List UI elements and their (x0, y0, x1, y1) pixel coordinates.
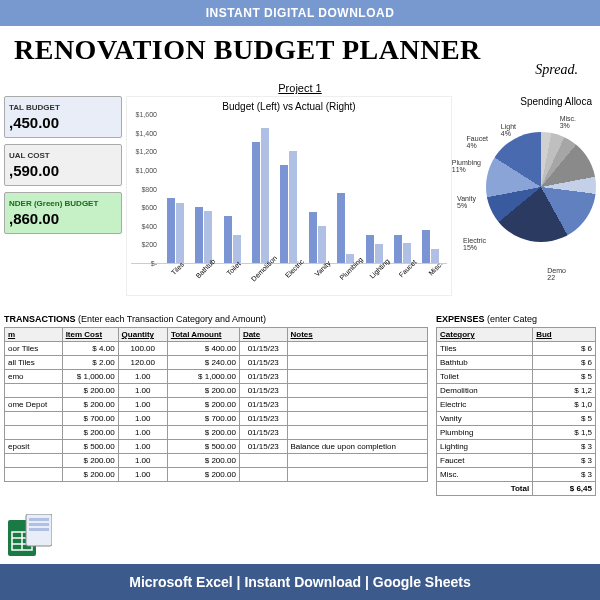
cell[interactable]: $ 1,0 (533, 398, 596, 412)
pie-chart (486, 132, 596, 242)
cell[interactable]: Toilet (437, 370, 533, 384)
cell[interactable]: 100.00 (118, 342, 167, 356)
cell[interactable]: 01/15/23 (239, 426, 287, 440)
cell[interactable]: $ 1,2 (533, 384, 596, 398)
cell[interactable] (5, 384, 63, 398)
cell[interactable]: $ 200.00 (62, 398, 118, 412)
tables-row: TRANSACTIONS (Enter each Transaction Cat… (0, 296, 600, 506)
bar-group (246, 114, 274, 263)
cell[interactable]: $ 700.00 (62, 412, 118, 426)
cell[interactable]: $ 500.00 (62, 440, 118, 454)
cell[interactable]: 01/15/23 (239, 412, 287, 426)
transactions-grid: mItem CostQuantityTotal AmountDateNotes … (4, 327, 428, 482)
top-banner: INSTANT DIGITAL DOWNLOAD (0, 0, 600, 26)
project-label: Project 1 (0, 82, 600, 94)
cell[interactable]: $ 200.00 (62, 384, 118, 398)
cell[interactable]: 120.00 (118, 356, 167, 370)
cell[interactable] (5, 454, 63, 468)
cell[interactable]: $ 400.00 (167, 342, 239, 356)
cell[interactable]: $ 5 (533, 370, 596, 384)
col-header: m (5, 328, 63, 342)
cell[interactable]: 01/15/23 (239, 440, 287, 454)
cell[interactable]: 1.00 (118, 398, 167, 412)
cell[interactable]: 01/15/23 (239, 370, 287, 384)
cell[interactable]: oor Tiles (5, 342, 63, 356)
cell[interactable]: $ 3 (533, 468, 596, 482)
cell[interactable]: 01/15/23 (239, 384, 287, 398)
cell[interactable]: Plumbing (437, 426, 533, 440)
cell[interactable]: Lighting (437, 440, 533, 454)
cell[interactable]: 01/15/23 (239, 356, 287, 370)
table-row: eposit$ 500.001.00$ 500.0001/15/23Balanc… (5, 440, 428, 454)
cell[interactable]: 1.00 (118, 440, 167, 454)
cell[interactable]: $ 200.00 (167, 454, 239, 468)
cell[interactable] (239, 454, 287, 468)
cell[interactable]: 01/15/23 (239, 342, 287, 356)
cell[interactable]: all Tiles (5, 356, 63, 370)
bar-budget (252, 142, 260, 263)
cell[interactable]: $ 500.00 (167, 440, 239, 454)
bars-area: $1,600$1,400$1,200$1,000$800$600$400$200… (131, 114, 447, 264)
cell[interactable]: $ 200.00 (167, 384, 239, 398)
cell[interactable] (287, 356, 427, 370)
cell[interactable]: $ 1,5 (533, 426, 596, 440)
cell[interactable] (287, 412, 427, 426)
cell[interactable]: $ 700.00 (167, 412, 239, 426)
kpi-value: ,450.00 (9, 114, 117, 131)
cell[interactable]: Faucet (437, 454, 533, 468)
cell[interactable]: $ 200.00 (62, 468, 118, 482)
cell[interactable]: ome Depot (5, 398, 63, 412)
bar-budget (224, 216, 232, 263)
cell[interactable]: 1.00 (118, 454, 167, 468)
cell[interactable] (239, 468, 287, 482)
cell[interactable]: $ 2.00 (62, 356, 118, 370)
cell[interactable] (287, 426, 427, 440)
cell[interactable]: Misc. (437, 468, 533, 482)
cell[interactable]: $ 3 (533, 440, 596, 454)
y-tick: $- (151, 260, 157, 267)
cell[interactable] (5, 412, 63, 426)
kpi-label: NDER (Green) BUDGET (9, 199, 117, 208)
cell[interactable]: $ 240.00 (167, 356, 239, 370)
cell[interactable]: Vanity (437, 412, 533, 426)
cell[interactable]: $ 1,000.00 (62, 370, 118, 384)
cell[interactable] (5, 468, 63, 482)
bar-actual (204, 211, 212, 263)
col-header: Date (239, 328, 287, 342)
cell[interactable] (287, 370, 427, 384)
cell[interactable]: 1.00 (118, 412, 167, 426)
kpi-actual-cost: UAL COST ,590.00 (4, 144, 122, 186)
cell[interactable]: $ 200.00 (167, 426, 239, 440)
cell[interactable]: $ 6 (533, 342, 596, 356)
cell[interactable]: $ 1,000.00 (167, 370, 239, 384)
cell[interactable] (5, 426, 63, 440)
cell[interactable]: $ 5 (533, 412, 596, 426)
table-row: Lighting$ 3 (437, 440, 596, 454)
cell[interactable]: eposit (5, 440, 63, 454)
cell[interactable]: Bathtub (437, 356, 533, 370)
cell[interactable]: 1.00 (118, 370, 167, 384)
cell[interactable]: $ 200.00 (167, 468, 239, 482)
cell[interactable]: 1.00 (118, 426, 167, 440)
cell[interactable]: Balance due upon completion (287, 440, 427, 454)
cell[interactable] (287, 342, 427, 356)
cell[interactable]: Electric (437, 398, 533, 412)
cell[interactable] (287, 384, 427, 398)
cell[interactable] (287, 398, 427, 412)
bar-budget (337, 193, 345, 263)
cell[interactable]: 1.00 (118, 468, 167, 482)
cell[interactable]: $ 3 (533, 454, 596, 468)
cell[interactable]: emo (5, 370, 63, 384)
cell[interactable]: $ 200.00 (62, 426, 118, 440)
cell[interactable]: 01/15/23 (239, 398, 287, 412)
cell[interactable]: $ 200.00 (62, 454, 118, 468)
cell[interactable]: 1.00 (118, 384, 167, 398)
cell[interactable]: Demolition (437, 384, 533, 398)
cell[interactable] (287, 468, 427, 482)
cell[interactable]: $ 6 (533, 356, 596, 370)
cell[interactable]: $ 200.00 (167, 398, 239, 412)
cell[interactable]: Tiles (437, 342, 533, 356)
table-row: $ 200.001.00$ 200.00 (5, 468, 428, 482)
cell[interactable] (287, 454, 427, 468)
cell[interactable]: $ 4.00 (62, 342, 118, 356)
